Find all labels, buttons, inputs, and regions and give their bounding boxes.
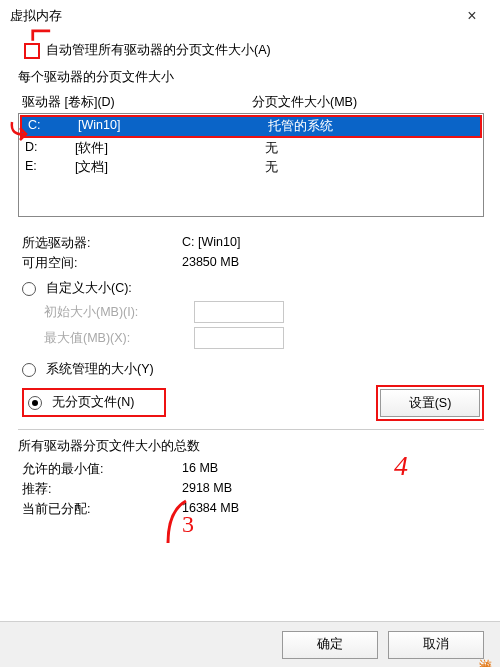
drive-size: 托管的系统 <box>268 118 474 135</box>
set-button[interactable]: 设置(S) <box>380 389 480 417</box>
initial-size-label: 初始大小(MB)(I): <box>44 304 194 321</box>
drive-row-c[interactable]: C: [Win10] 托管的系统 <box>20 115 482 138</box>
selected-drive-value: C: [Win10] <box>182 235 480 252</box>
custom-size-radio-row[interactable]: 自定义大小(C): <box>22 280 484 297</box>
cur-value: 16384 MB <box>182 501 480 518</box>
custom-size-radio[interactable] <box>22 282 36 296</box>
drive-letter: D: <box>25 140 75 157</box>
min-label: 允许的最小值: <box>22 461 182 478</box>
min-value: 16 MB <box>182 461 480 478</box>
ok-button[interactable]: 确定 <box>282 631 378 659</box>
rec-label: 推荐: <box>22 481 182 498</box>
max-size-label: 最大值(MB)(X): <box>44 330 194 347</box>
auto-manage-label: 自动管理所有驱动器的分页文件大小(A) <box>46 42 271 59</box>
window-title: 虚拟内存 <box>10 7 450 25</box>
system-size-radio[interactable] <box>22 363 36 377</box>
drive-size: 无 <box>265 159 477 176</box>
drive-list[interactable]: C: [Win10] 托管的系统 D: [软件] 无 E: [文档] 无 <box>18 113 484 217</box>
rec-value: 2918 MB <box>182 481 480 498</box>
max-size-input[interactable] <box>194 327 284 349</box>
max-size-row: 最大值(MB)(X): <box>44 327 484 349</box>
cancel-button[interactable]: 取消 <box>388 631 484 659</box>
drive-row-e[interactable]: E: [文档] 无 <box>19 158 483 177</box>
header-drive: 驱动器 [卷标](D) <box>22 94 252 111</box>
drive-row-d[interactable]: D: [软件] 无 <box>19 139 483 158</box>
no-page-label: 无分页文件(N) <box>52 394 134 411</box>
drive-list-header: 驱动器 [卷标](D) 分页文件大小(MB) <box>18 92 484 113</box>
drive-label: [软件] <box>75 140 265 157</box>
no-page-radio-row[interactable]: 无分页文件(N) <box>22 388 376 417</box>
system-size-radio-row[interactable]: 系统管理的大小(Y) <box>22 361 376 378</box>
separator <box>18 429 484 430</box>
selected-drive-info: 所选驱动器: C: [Win10] 可用空间: 23850 MB <box>22 235 480 272</box>
cur-label: 当前已分配: <box>22 501 182 518</box>
titlebar: 虚拟内存 × <box>0 0 500 32</box>
available-space-value: 23850 MB <box>182 255 480 272</box>
selected-drive-label: 所选驱动器: <box>22 235 182 252</box>
available-space-label: 可用空间: <box>22 255 182 272</box>
initial-size-input[interactable] <box>194 301 284 323</box>
per-drive-label: 每个驱动器的分页文件大小 <box>18 69 484 86</box>
drive-size: 无 <box>265 140 477 157</box>
initial-size-row: 初始大小(MB)(I): <box>44 301 484 323</box>
drive-letter: E: <box>25 159 75 176</box>
drive-letter: C: <box>28 118 78 135</box>
drive-label: [文档] <box>75 159 265 176</box>
dialog-content: 自动管理所有驱动器的分页文件大小(A) 每个驱动器的分页文件大小 驱动器 [卷标… <box>0 32 500 518</box>
no-page-radio[interactable] <box>28 396 42 410</box>
button-bar: 确定 取消 <box>0 621 500 667</box>
set-button-wrap: 设置(S) <box>376 385 484 421</box>
totals-title: 所有驱动器分页文件大小的总数 <box>18 438 484 455</box>
custom-size-label: 自定义大小(C): <box>46 280 132 297</box>
system-size-label: 系统管理的大小(Y) <box>46 361 154 378</box>
close-icon: × <box>467 7 476 25</box>
auto-manage-checkbox[interactable] <box>24 43 40 59</box>
header-size: 分页文件大小(MB) <box>252 94 480 111</box>
auto-manage-row[interactable]: 自动管理所有驱动器的分页文件大小(A) <box>24 42 484 59</box>
drive-label: [Win10] <box>78 118 268 135</box>
close-button[interactable]: × <box>450 1 494 31</box>
